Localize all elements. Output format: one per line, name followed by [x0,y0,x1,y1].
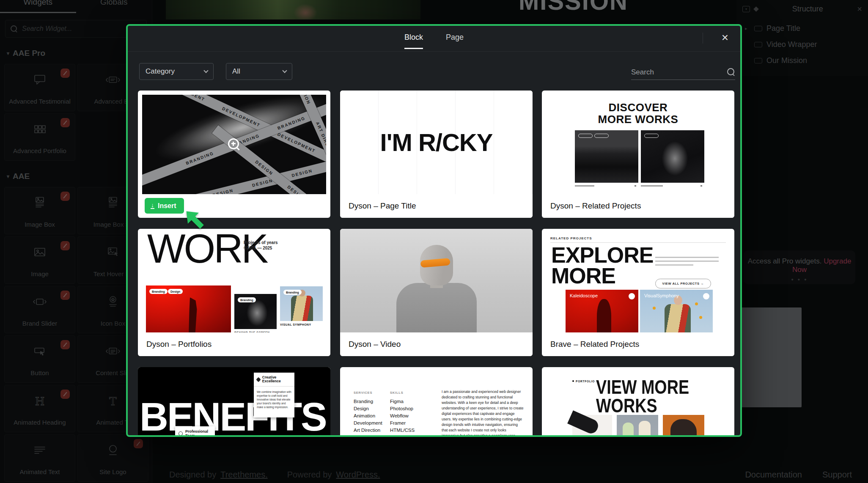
preview-thumb-portrait [663,415,704,437]
template-card-explore-more[interactable]: RELATED PROJECTS EXPLORE MORE VIEW ALL P… [542,229,734,356]
template-preview-image [340,229,533,332]
template-caption: Dyson – Portfolios [138,332,330,356]
preview-heading: BENEFITS [140,394,326,437]
template-preview-image: I'M R/CKY [340,91,533,194]
preview-meta: Projects of years ©2021 — 2025 [244,240,278,251]
preview-label: PORTFOLIO [572,380,595,383]
professional-team-badge: Professional Team [175,426,215,437]
clover-icon [179,431,183,436]
template-card-page-title[interactable]: I'M R/CKY Dyson – Page Title [340,91,533,218]
preview-heading: EXPLORE MORE [551,245,654,286]
preview-thumb-street [617,415,658,437]
template-search[interactable] [631,65,735,80]
template-caption: Dyson – Page Title [340,194,533,218]
preview-heading: DISCOVER MORE WORKS [542,102,734,125]
preview-thumb-tattoo-arm [572,415,612,437]
chevron-down-icon [282,68,287,73]
preview-thumb-red: Branding Design [146,285,231,337]
template-preview-image: DEVELOPMENTDEVELOPMENTDEVELOPMENT BRANDI… [142,95,326,194]
template-caption: Dyson – Related Projects [542,194,734,218]
template-card-tape-collage[interactable]: DEVELOPMENTDEVELOPMENTDEVELOPMENT BRANDI… [138,91,330,218]
view-all-projects-pill: VIEW ALL PROJECTS → [655,279,711,288]
template-card-benefits[interactable]: BENEFITS Creative Excellence We combine … [138,367,330,437]
tab-block[interactable]: Block [404,33,423,49]
template-card-video[interactable]: Dyson – Video [340,229,533,356]
preview-bio-text: I am a passionate and experienced web de… [442,389,525,437]
preview-paragraph-lines [655,257,719,268]
green-cursor-arrow [182,207,206,231]
template-card-about-services[interactable]: SERVICES Branding Design Animation Devel… [340,367,533,437]
type-select[interactable]: All [226,63,292,80]
arrow-circle-icon [629,293,635,299]
preview-thumb-kaleidoscope: Kaleidoscope [566,290,638,337]
modal-tabs: Block Page [404,33,464,49]
tab-page[interactable]: Page [446,33,464,49]
zoom-preview-icon[interactable] [228,138,241,151]
preview-heading: I'M R/CKY [380,128,493,156]
template-caption: Dyson – Video [340,332,533,356]
template-caption: Brave – Related Projects [542,332,734,356]
preview-thumb-statue: Branding [234,294,277,329]
modal-close-icon[interactable]: × [722,31,728,44]
editor-screen: Widgets Globals ▾ AAE Pro Advanced Testi… [0,0,868,483]
template-card-related-projects[interactable]: DISCOVER MORE WORKS Dyson – Related Proj… [542,91,734,218]
template-preview-image: BENEFITS Creative Excellence We combine … [138,367,330,437]
preview-thumb-jacket: Branding [280,286,323,321]
preview-label: RELATED PROJECTS [550,236,726,243]
download-icon: ↓ [151,203,154,209]
template-library-modal: Block Page × Category All DEVELOPMENTDEV… [126,24,742,437]
preview-thumb-visual-symphony: VisualSymphony [640,290,713,337]
modal-header: Block Page × [128,26,740,52]
template-card-view-more-works[interactable]: PORTFOLIO VIEW MORE WORKS [542,367,734,437]
flower-icon [257,378,260,381]
chevron-down-icon [203,68,208,73]
creative-excellence-card: Creative Excellence We combine imaginati… [254,373,294,417]
category-select[interactable]: Category [139,63,214,80]
preview-heading: VIEW MORE WORKS [596,378,689,415]
arrow-circle-icon [703,293,709,299]
search-icon [727,68,735,76]
header-divider [703,33,703,44]
preview-thumb-statue [641,130,704,183]
insert-button[interactable]: ↓ Insert [145,198,184,214]
template-card-portfolios[interactable]: WORK Projects of years ©2021 — 2025 Bran… [138,229,330,356]
preview-thumb-speaker [575,130,638,183]
template-search-input[interactable] [631,68,727,77]
